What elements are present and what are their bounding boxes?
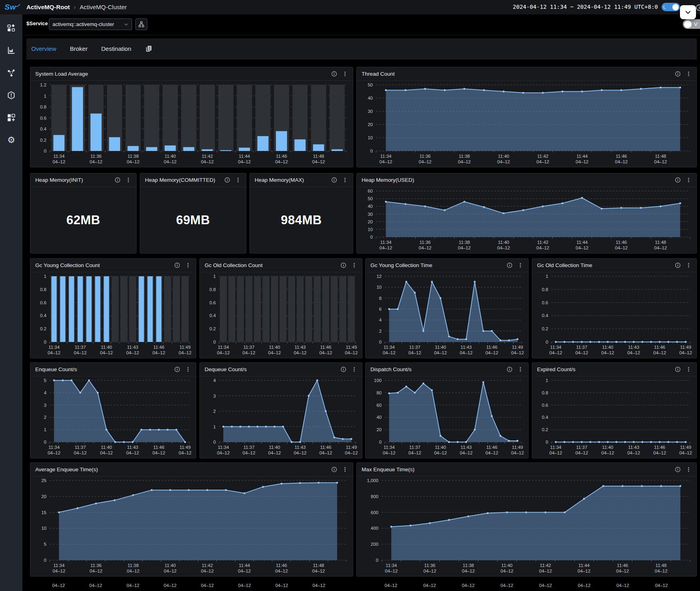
panel-title: Enqueue Count/s [35,366,174,372]
info-icon[interactable] [224,177,230,183]
svg-text:0.4: 0.4 [40,127,47,131]
info-icon[interactable] [675,366,681,372]
svg-text:5: 5 [44,378,46,383]
sidebar-item-alerting[interactable] [6,90,16,100]
info-icon[interactable] [507,262,513,268]
svg-text:0.2: 0.2 [209,326,216,331]
kebab-menu-icon[interactable] [686,177,692,183]
panel-heap-max: Heap Memory(MAX) 984MB [249,173,353,253]
info-icon[interactable] [115,177,121,183]
sidebar-item-dashboards[interactable] [6,23,16,33]
svg-text:04–12: 04–12 [654,159,667,164]
svg-text:10: 10 [368,227,373,232]
time-range[interactable]: 2024-04-12 11:34 ~ 2024-04-12 11:49 UTC+… [513,4,658,10]
collapse-header-button[interactable] [680,5,696,19]
copy-dashboard-icon[interactable] [145,45,153,52]
kebab-menu-icon[interactable] [342,71,348,77]
svg-text:04–12: 04–12 [275,569,288,573]
svg-text:04–12: 04–12 [423,583,436,588]
kebab-menu-icon[interactable] [235,177,241,183]
toggle-knob [684,20,692,28]
svg-text:5: 5 [44,542,46,547]
svg-text:0: 0 [213,340,216,344]
svg-text:0.4: 0.4 [542,313,549,318]
svg-text:04–12: 04–12 [312,159,325,164]
svg-text:04–12: 04–12 [497,245,510,250]
dark-mode-toggle[interactable]: ☾ [662,3,680,11]
kebab-menu-icon[interactable] [686,262,692,268]
sidebar-item-metrics[interactable] [6,46,16,55]
kebab-menu-icon[interactable] [686,366,692,372]
svg-text:04–12: 04–12 [458,159,471,164]
kebab-menu-icon[interactable] [342,466,348,472]
kebab-menu-icon[interactable] [125,177,131,183]
info-icon[interactable] [340,262,346,268]
panel-title: Heap Memory(COMMITTED) [145,177,224,183]
info-icon[interactable] [675,262,681,268]
svg-text:11:48: 11:48 [313,563,324,568]
tab-overview[interactable]: Overview [31,45,56,52]
view-mode-toggle[interactable]: V [683,19,700,29]
info-icon[interactable] [675,466,681,472]
service-topology-button[interactable] [135,18,147,30]
svg-text:04–12: 04–12 [419,159,432,164]
svg-text:11:42: 11:42 [537,154,549,159]
info-icon[interactable] [331,177,337,183]
panel-dequeue-count: Dequeue Count/s 4321011:3404–1211:3704–1… [199,362,362,458]
svg-text:04–12: 04–12 [539,583,552,588]
sidebar-item-topology[interactable] [6,68,16,78]
info-icon[interactable] [174,366,180,372]
info-icon[interactable] [507,366,513,372]
sidebar-item-settings[interactable]: ⚙ [6,135,16,145]
svg-text:11:46: 11:46 [486,445,497,450]
tab-broker[interactable]: Broker [70,45,88,52]
kebab-menu-icon[interactable] [185,366,191,372]
info-icon[interactable] [675,71,681,77]
max-enqueue-time-chart: 1,000800600400200011:3404–1211:3604–1211… [357,476,696,578]
info-icon[interactable] [675,177,681,183]
svg-text:0.6: 0.6 [40,300,46,305]
svg-text:11:49: 11:49 [179,345,191,350]
panel-header: Max Enqueue Time(s) [357,463,696,476]
kebab-menu-icon[interactable] [517,262,523,268]
svg-text:0: 0 [44,149,46,153]
svg-text:04–12: 04–12 [462,583,475,588]
svg-text:04–12: 04–12 [501,569,513,573]
kebab-menu-icon[interactable] [686,466,692,472]
settings-icon: ⚙ [7,136,15,145]
kebab-menu-icon[interactable] [351,262,357,268]
svg-text:1: 1 [213,424,216,429]
svg-text:11:36: 11:36 [91,563,102,568]
kebab-menu-icon[interactable] [686,71,692,77]
panel-header: Dequeue Count/s [200,363,362,376]
header-info-icon[interactable] [696,4,700,13]
svg-text:04–12: 04–12 [539,569,552,573]
info-icon[interactable] [331,71,337,77]
skywalking-logo[interactable]: Sw) [0,0,22,14]
kebab-menu-icon[interactable] [351,366,357,372]
info-icon[interactable] [174,262,180,268]
kebab-menu-icon[interactable] [517,366,523,372]
svg-text:11:49: 11:49 [179,445,191,450]
service-select[interactable]: activemq::activemq-cluster [49,18,132,30]
tab-destination[interactable]: Destination [101,45,131,52]
heap-committed-value: 69MB [176,213,210,227]
svg-text:10: 10 [41,526,46,531]
svg-text:04–12: 04–12 [384,583,397,588]
info-icon[interactable] [331,466,337,472]
kebab-menu-icon[interactable] [342,177,348,183]
svg-text:04–12: 04–12 [52,159,65,164]
info-icon[interactable] [340,366,346,372]
svg-text:04–12: 04–12 [408,450,421,455]
avg-enqueue-time-chart: 252015105011:3404–1211:3604–1211:3804–12… [30,476,353,578]
breadcrumb-root[interactable]: ActiveMQ-Root [26,4,70,10]
svg-text:04–12: 04–12 [89,583,102,588]
svg-text:0: 0 [546,340,548,344]
panel-header: Gc Old Collection Time [532,259,696,272]
svg-text:20: 20 [368,219,373,224]
sidebar-item-new-dashboard[interactable] [6,113,16,123]
svg-text:04–12: 04–12 [615,245,628,250]
kebab-menu-icon[interactable] [185,262,191,268]
svg-text:04–12: 04–12 [90,569,103,573]
svg-text:1: 1 [44,427,46,432]
